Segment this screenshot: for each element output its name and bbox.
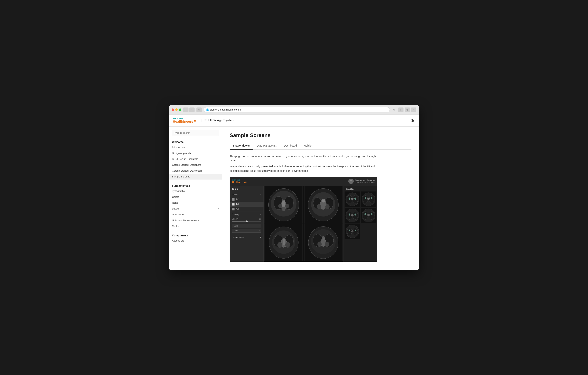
search-input[interactable]: [172, 130, 219, 136]
forward-button[interactable]: ›: [189, 108, 195, 112]
user-info: Werner von Siemens Siemens Healthineers: [355, 179, 375, 184]
svg-point-72: [355, 230, 356, 231]
sidebar-item-motion[interactable]: Motion: [169, 223, 222, 229]
sidebar-item-units-measurements[interactable]: Units and Measurements: [169, 218, 222, 223]
image-viewer-mockup: SIEMENS Healthineers ⠿: [230, 177, 377, 262]
overlay-section: Overlay ∧ Opacity 50: [230, 212, 263, 234]
tools-panel: Tools Layout ∧: [230, 186, 264, 262]
opacity-slider[interactable]: [230, 220, 263, 223]
ct-scan-2: [304, 186, 343, 223]
tab-button[interactable]: ⊞: [196, 108, 202, 112]
svg-point-50: [365, 197, 366, 199]
sidebar-item-getting-started-designers[interactable]: Getting Started: Designers: [169, 162, 222, 168]
layout-section-header[interactable]: Layout ∧: [230, 191, 263, 197]
viewer-cell-4[interactable]: [304, 224, 343, 261]
viewer-cell-3[interactable]: [264, 224, 303, 261]
reload-button[interactable]: ↻: [392, 108, 396, 112]
svg-point-62: [363, 211, 368, 219]
overlay-section-header[interactable]: Overlay ∧: [230, 212, 263, 217]
sidebar-item-colors[interactable]: Colors: [169, 194, 222, 200]
tab-data-management[interactable]: Data Managem...: [253, 142, 280, 150]
sidebar-item-typography[interactable]: Typography: [169, 188, 222, 194]
svg-rect-11: [282, 200, 285, 207]
svg-point-28: [285, 242, 290, 248]
globe-icon: 🌐: [206, 109, 209, 111]
main-content: Welcome Introduction Design Approach SHU…: [169, 127, 419, 270]
new-window-button[interactable]: ⧉: [405, 108, 410, 112]
svg-point-48: [363, 196, 368, 203]
sidebar-item-design-essentials[interactable]: SHUI Design Essentials: [169, 156, 222, 162]
logo-area: SIEMENS Healthineers ⠿: [173, 117, 196, 124]
svg-point-37: [325, 242, 329, 247]
sidebar-item-navigation[interactable]: Navigation: [169, 211, 222, 218]
images-panel: Images: [343, 186, 377, 262]
sidebar-section-welcome: Welcome: [169, 139, 222, 144]
app-title: SHUI Design System: [201, 119, 234, 122]
sidebar-section-fundamentals: Fundamentals: [169, 183, 222, 188]
viewer-siemens-logo: SIEMENS: [232, 179, 247, 181]
address-bar[interactable]: 🌐 siemens-healthineers.com/ui: [204, 107, 390, 112]
svg-point-73: [351, 230, 354, 232]
viewer-cell-2[interactable]: [304, 186, 343, 223]
sidebar-item-icons[interactable]: Icons: [169, 200, 222, 206]
contrast-button[interactable]: ◑: [409, 117, 415, 123]
minimize-button[interactable]: [175, 109, 178, 111]
svg-point-51: [371, 197, 372, 199]
svg-point-20: [321, 199, 325, 203]
new-tab-button[interactable]: +: [411, 108, 416, 112]
viewer-body: Tools Layout ∧: [230, 186, 377, 262]
sidebar-item-introduction[interactable]: Introduction: [169, 144, 222, 150]
back-button[interactable]: ‹: [183, 108, 189, 112]
svg-point-70: [353, 228, 358, 235]
label-dropdown-2[interactable]: Label ▾: [232, 229, 261, 233]
opacity-label: Opacity 50: [230, 217, 263, 220]
refinements-chevron-icon: ∨: [260, 236, 261, 238]
image-thumb-1[interactable]: [345, 191, 360, 207]
sidebar-section-components: Components: [169, 232, 222, 238]
layout-2x1-icon: [232, 198, 234, 201]
svg-point-66: [367, 214, 370, 216]
image-thumb-2[interactable]: [361, 191, 376, 207]
avatar: [348, 179, 354, 184]
svg-point-43: [348, 198, 350, 200]
tab-dashboard[interactable]: Dashboard: [281, 142, 300, 150]
ct-scan-4: [304, 224, 343, 261]
viewer-logo-dots-icon: ⠿: [245, 181, 247, 183]
svg-point-63: [369, 211, 374, 219]
dropdown-2-arrow-icon: ▾: [259, 230, 260, 232]
layout-2x2-icon: [232, 203, 234, 206]
layout-2x1[interactable]: 2x1: [230, 197, 263, 202]
description-paragraph-2: Image viewers are usually presented in a…: [230, 164, 377, 173]
layout-2x2[interactable]: 2x2: [230, 202, 263, 207]
close-button[interactable]: [172, 109, 174, 111]
refinements-section-header[interactable]: Refinements ∨: [230, 234, 263, 240]
ct-lung-1: [345, 191, 360, 207]
ct-lung-2: [361, 191, 376, 207]
sidebar-item-access-bar[interactable]: Access Bar: [169, 238, 222, 244]
sidebar-item-sample-screens[interactable]: Sample Screens: [169, 174, 222, 179]
svg-point-69: [347, 228, 352, 235]
svg-point-64: [365, 213, 366, 215]
layout-3x2[interactable]: 3x2: [230, 207, 263, 211]
sidebar: Welcome Introduction Design Approach SHU…: [169, 127, 222, 270]
svg-point-59: [351, 214, 354, 216]
svg-point-45: [351, 198, 354, 200]
maximize-button[interactable]: [179, 109, 181, 111]
layout-3x2-icon: [232, 208, 234, 210]
svg-point-57: [349, 213, 350, 216]
tab-mobile[interactable]: Mobile: [300, 142, 315, 150]
share-button[interactable]: ⬆: [398, 108, 403, 112]
slider-fill: [232, 221, 247, 222]
svg-point-49: [369, 196, 374, 203]
svg-point-44: [354, 198, 356, 200]
tab-image-viewer[interactable]: Image Viewer: [230, 142, 253, 150]
viewer-cell-1[interactable]: [264, 186, 303, 223]
sidebar-item-layout[interactable]: Layout ▾: [169, 206, 222, 211]
sidebar-item-getting-started-developers[interactable]: Getting Started: Developers: [169, 168, 222, 174]
image-thumb-5[interactable]: [345, 223, 360, 239]
sidebar-item-design-approach[interactable]: Design Approach: [169, 150, 222, 156]
image-thumb-4[interactable]: [361, 208, 376, 223]
ct-lung-5: [345, 223, 360, 239]
image-thumb-3[interactable]: [345, 208, 360, 223]
label-dropdown-1[interactable]: Label ▾: [232, 224, 261, 228]
